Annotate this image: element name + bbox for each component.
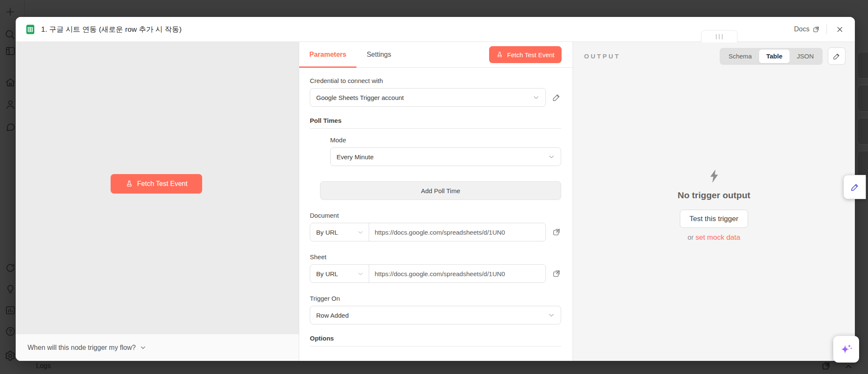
credential-value: Google Sheets Trigger account xyxy=(316,94,404,101)
or-text: or xyxy=(687,234,693,241)
logs-panel-label[interactable]: Logs xyxy=(36,362,51,370)
document-mode-select[interactable]: By URL xyxy=(310,223,369,241)
add-poll-time-button[interactable]: Add Poll Time xyxy=(320,181,561,200)
tab-parameters-label: Parameters xyxy=(309,51,346,58)
modal-body: Fetch Test Event When will this node tri… xyxy=(16,42,855,361)
open-sheet-external-link-icon[interactable] xyxy=(552,269,561,278)
edit-node-pencil-button[interactable] xyxy=(843,175,866,199)
divider xyxy=(310,346,561,346)
edit-output-pencil-icon[interactable] xyxy=(828,47,846,65)
header-divider xyxy=(826,25,827,34)
sheet-label: Sheet xyxy=(310,253,561,260)
trigger-on-select[interactable]: Row Added xyxy=(310,306,561,324)
chevron-down-icon xyxy=(533,94,540,101)
parameters-pane: Parameters Settings Fetch Test Event Cre… xyxy=(299,42,573,361)
view-tab-schema[interactable]: Schema xyxy=(721,50,759,63)
chevron-down-icon xyxy=(548,153,555,160)
close-icon[interactable] xyxy=(834,23,846,35)
sparkle-icon xyxy=(839,342,854,357)
topbar-seam xyxy=(24,0,25,17)
google-sheets-icon xyxy=(25,24,36,35)
search-icon[interactable] xyxy=(4,29,15,40)
sheet-mode-value: By URL xyxy=(316,270,338,277)
test-this-trigger-button[interactable]: Test this trigger xyxy=(680,210,748,228)
logs-popout-icon[interactable] xyxy=(821,361,831,371)
chevron-down-icon xyxy=(140,344,146,351)
canvas-side-chip xyxy=(857,118,868,145)
external-link-icon xyxy=(812,26,820,33)
view-tab-json[interactable]: JSON xyxy=(790,50,821,63)
fetch-test-event-label: Fetch Test Event xyxy=(137,180,188,188)
parameters-form: Credential to connect with Google Sheets… xyxy=(299,68,573,361)
output-view-switcher: Schema Table JSON xyxy=(720,48,823,65)
flask-icon xyxy=(496,51,503,58)
mode-label: Mode xyxy=(330,136,561,144)
docs-link-label: Docs xyxy=(794,25,810,33)
chevron-down-icon xyxy=(357,229,364,235)
sheet-url-input[interactable] xyxy=(369,265,545,283)
ai-assistant-sparkle-button[interactable] xyxy=(833,336,859,363)
tab-parameters[interactable]: Parameters xyxy=(299,42,356,67)
home-icon[interactable] xyxy=(5,77,16,88)
edit-credential-pencil-icon[interactable] xyxy=(552,93,561,102)
divider xyxy=(310,128,561,129)
parameters-pane-header: Parameters Settings Fetch Test Event xyxy=(299,42,573,68)
output-title: OUTPUT xyxy=(584,53,620,60)
chat-icon[interactable] xyxy=(5,122,16,132)
options-label: Options xyxy=(310,335,561,342)
user-icon[interactable] xyxy=(5,99,16,110)
chevron-down-icon xyxy=(548,312,555,319)
whats-new-bulb-icon[interactable] xyxy=(5,284,16,294)
settings-gear-icon[interactable] xyxy=(4,350,16,362)
insights-chart-icon[interactable] xyxy=(5,305,16,316)
tab-settings[interactable]: Settings xyxy=(356,42,401,67)
node-trigger-info-label: When will this node trigger my flow? xyxy=(28,344,136,352)
document-label: Document xyxy=(310,212,561,219)
add-workflow-icon[interactable] xyxy=(5,7,15,17)
trigger-on-label: Trigger On xyxy=(310,295,561,302)
document-url-input[interactable] xyxy=(369,223,545,241)
credential-select[interactable]: Google Sheets Trigger account xyxy=(310,88,546,107)
output-pane: OUTPUT Schema Table JSON No trigger outp… xyxy=(573,42,855,361)
refresh-icon[interactable] xyxy=(5,263,16,273)
mode-value: Every Minute xyxy=(337,153,374,161)
no-trigger-output-title: No trigger output xyxy=(678,190,750,200)
fetch-test-event-button[interactable]: Fetch Test Event xyxy=(489,46,562,63)
chevron-down-icon xyxy=(357,271,364,277)
canvas-side-chip xyxy=(857,151,868,178)
credential-label: Credential to connect with xyxy=(310,77,561,84)
input-pane: Fetch Test Event When will this node tri… xyxy=(16,42,299,361)
flask-icon xyxy=(125,180,133,188)
node-trigger-info-toggle[interactable]: When will this node trigger my flow? xyxy=(16,334,299,361)
tab-settings-label: Settings xyxy=(367,51,391,58)
help-icon[interactable] xyxy=(5,326,16,337)
document-mode-value: By URL xyxy=(316,229,338,236)
fetch-test-event-label: Fetch Test Event xyxy=(507,51,554,58)
output-empty-state: No trigger output Test this trigger or s… xyxy=(573,169,855,242)
view-tab-table[interactable]: Table xyxy=(759,50,790,63)
canvas-side-chip xyxy=(857,85,868,112)
node-title: 1. 구글 시트 연동 (새로운 row 추가 시 작동) xyxy=(41,25,182,34)
trigger-on-value: Row Added xyxy=(316,312,349,319)
open-document-external-link-icon[interactable] xyxy=(552,227,561,237)
canvas-side-chip xyxy=(857,52,868,79)
panel-icon[interactable] xyxy=(5,46,16,56)
docs-link[interactable]: Docs xyxy=(794,25,820,33)
set-mock-data-link[interactable]: set mock data xyxy=(696,233,740,241)
logs-expand-chevron-icon[interactable] xyxy=(844,363,853,371)
node-detail-modal: 1. 구글 시트 연동 (새로운 row 추가 시 작동) Docs Fetch… xyxy=(16,17,855,361)
sheet-mode-select[interactable]: By URL xyxy=(310,265,369,283)
poll-times-label: Poll Times xyxy=(310,117,561,124)
lightning-bolt-icon xyxy=(708,169,721,183)
panel-drag-handle[interactable] xyxy=(701,30,737,42)
mode-select[interactable]: Every Minute xyxy=(330,147,561,166)
fetch-test-event-button[interactable]: Fetch Test Event xyxy=(111,174,202,194)
